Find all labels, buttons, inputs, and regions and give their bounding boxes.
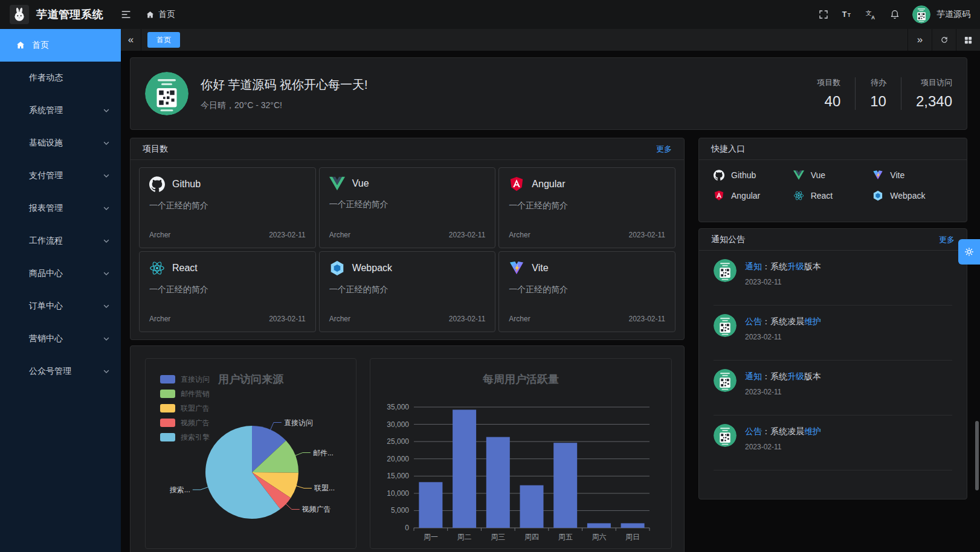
notice-item[interactable]: 公告：系统凌晨维护 2023-02-11 [714,306,952,361]
notice-item[interactable]: 公告：系统凌晨维护 2023-02-11 [714,416,952,470]
project-date: 2023-02-11 [628,231,665,239]
home-icon [16,40,25,50]
projects-card-title: 项目数 [143,144,168,155]
svg-text:15,000: 15,000 [387,472,409,480]
home-icon [146,10,155,19]
notices-card: 通知公告 更多 通知：系统升级版本 2023-02-11 [698,228,967,499]
legend-item[interactable]: 直接访问 [160,372,210,387]
svg-text:周四: 周四 [524,533,539,541]
sidebar-item-reports[interactable]: 报表管理 [0,192,121,225]
project-tile-webpack[interactable]: Webpack 一个正经的简介 Archer 2023-02-11 [319,251,496,332]
project-tile-github[interactable]: Github 一个正经的简介 Archer 2023-02-11 [139,167,316,248]
project-desc: 一个正经的简介 [509,284,665,295]
sidebar-item-orders[interactable]: 订单中心 [0,290,121,323]
legend-item[interactable]: 视频广告 [160,416,210,430]
notice-title: 公告：系统凌晨维护 [745,314,821,327]
rabbit-logo-icon [11,7,27,22]
sidebar-item-author-news[interactable]: 作者动态 [0,62,121,94]
stat-value: 10 [870,93,886,110]
language-icon[interactable]: 文A [865,8,877,21]
sidebar-item-products[interactable]: 商品中心 [0,257,121,290]
project-tile-react[interactable]: React 一个正经的简介 Archer 2023-02-11 [139,251,316,332]
shortcut-vite[interactable]: Vite [872,170,952,181]
project-name: Angular [532,179,565,190]
chevron-down-icon [103,140,110,147]
shortcut-angular[interactable]: Angular [714,190,793,201]
project-desc: 一个正经的简介 [329,284,486,295]
scrollbar-thumb[interactable] [975,421,979,490]
chevron-down-icon [103,107,110,114]
svg-text:邮件...: 邮件... [313,449,334,457]
notice-title: 公告：系统凌晨维护 [745,424,821,437]
welcome-card: 你好 芋道源码 祝你开心每一天! 今日晴，20°C - 32°C! 项目数 40… [130,57,967,130]
tab-home[interactable]: 首页 [147,32,180,48]
shortcut-webpack[interactable]: Webpack [872,190,952,201]
project-tile-angular[interactable]: Angular 一个正经的简介 Archer 2023-02-11 [498,167,675,248]
vue-icon [329,176,345,191]
sidebar-item-label: 公众号管理 [29,366,71,377]
shortcut-react[interactable]: React [793,190,873,201]
svg-text:35,000: 35,000 [387,403,409,411]
font-size-icon[interactable]: TT [841,8,853,21]
legend-item[interactable]: 联盟广告 [160,401,210,416]
shortcut-vue[interactable]: Vue [793,170,873,181]
project-tile-vite[interactable]: Vite 一个正经的简介 Archer 2023-02-11 [498,251,675,332]
svg-text:周一: 周一 [424,533,438,541]
project-author: Archer [149,315,170,323]
sidebar-item-infrastructure[interactable]: 基础设施 [0,127,121,159]
project-desc: 一个正经的简介 [329,199,486,210]
svg-text:A: A [871,14,875,21]
greeting-text: 你好 芋道源码 祝你开心每一天! [201,77,368,93]
project-name: Github [172,179,201,190]
notice-item[interactable]: 通知：系统升级版本 2023-02-11 [714,251,952,306]
projects-card: 项目数 更多 Github 一个正经的简介 A [130,138,685,340]
project-date: 2023-02-11 [449,231,486,239]
refresh-icon[interactable] [932,29,956,51]
notice-avatar [714,424,737,447]
stats: 项目数 40 待办 10 项目访问 2,340 [802,77,952,110]
project-tile-vue[interactable]: Vue 一个正经的简介 Archer 2023-02-11 [319,167,496,248]
breadcrumb[interactable]: 首页 [146,9,175,20]
user-avatar[interactable] [912,5,930,24]
sidebar-item-payment[interactable]: 支付管理 [0,159,121,192]
sidebar-collapse-icon[interactable] [120,8,132,21]
projects-more-link[interactable]: 更多 [656,144,672,155]
breadcrumb-home: 首页 [158,9,175,20]
svg-text:25,000: 25,000 [387,437,409,446]
svg-text:视频广告: 视频广告 [301,505,331,513]
github-icon [714,170,724,181]
legend-swatch [160,404,175,412]
sidebar-item-wechat-official[interactable]: 公众号管理 [0,355,121,388]
shortcuts-card-title: 快捷入口 [711,144,745,155]
project-author: Archer [329,315,350,323]
sidebar-item-home[interactable]: 首页 [0,29,121,62]
app-title: 芋道管理系统 [36,7,103,22]
bar-chart-svg: 05,00010,00015,00020,00025,00030,00035,0… [370,359,674,550]
notice-item[interactable]: 通知：系统升级版本 2023-02-11 [714,361,952,416]
project-date: 2023-02-11 [269,315,306,323]
svg-text:联盟...: 联盟... [314,484,335,492]
sidebar-item-workflow[interactable]: 工作流程 [0,225,121,257]
fullscreen-icon[interactable] [818,9,829,20]
stat-projects: 项目数 40 [802,77,855,110]
notices-more-link[interactable]: 更多 [939,234,955,245]
tabs-scroll-right-icon[interactable]: » [907,29,932,51]
shortcut-github[interactable]: Github [714,170,793,181]
settings-gear-button[interactable] [958,239,980,265]
layout-grid-icon[interactable] [956,29,980,51]
tabs-scroll-left-icon[interactable]: « [121,29,141,51]
sidebar-item-system[interactable]: 系统管理 [0,94,121,127]
notification-bell-icon[interactable] [889,9,900,20]
sidebar-item-marketing[interactable]: 营销中心 [0,323,121,355]
legend-item[interactable]: 搜索引擎 [160,430,210,444]
username[interactable]: 芋道源码 [936,9,970,20]
sidebar-item-label: 工作流程 [29,236,63,246]
vue-icon [793,170,804,180]
stat-label: 项目访问 [916,77,952,88]
legend-item[interactable]: 邮件营销 [160,387,210,401]
legend-label: 搜索引擎 [181,432,210,443]
chevron-down-icon [103,303,110,310]
shortcut-label: React [811,191,833,201]
weather-text: 今日晴，20°C - 32°C! [201,100,368,111]
webpack-icon [872,190,883,201]
